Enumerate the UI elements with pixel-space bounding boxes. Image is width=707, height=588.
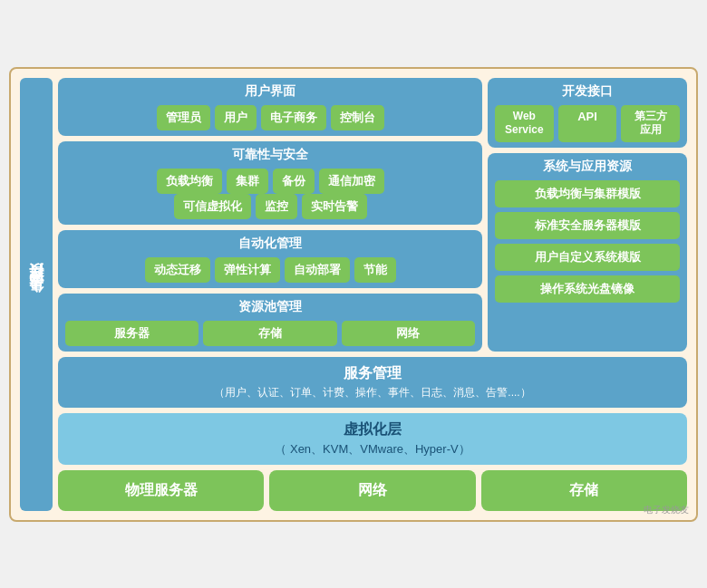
reliability-load: 负载均衡 (157, 169, 222, 194)
sysres-item-2: 用户自定义系统模版 (495, 244, 680, 271)
reliability-box: 可靠性与安全 负载均衡 集群 备份 通信加密 可信虚拟化 监控 实时告警 (58, 141, 482, 225)
dev-web-service: WebService (495, 105, 554, 142)
outer-layout: 集成管理接口 用户界面 管理员 用户 电子商务 控制台 (20, 78, 687, 511)
watermark: 电子发烧友 (644, 504, 689, 516)
ui-title: 用户界面 (65, 83, 475, 100)
left-label: 集成管理接口 (20, 78, 53, 511)
left-column: 用户界面 管理员 用户 电子商务 控制台 可靠性与安全 负载均衡 (58, 78, 482, 352)
sysres-box: 系统与应用资源 负载均衡与集群模版 标准安全服务器模版 用户自定义系统模版 操作… (488, 153, 687, 352)
dev-title: 开发接口 (495, 83, 680, 100)
service-mgmt-subtitle: （用户、认证、订单、计费、操作、事件、日志、消息、告警....） (65, 385, 680, 400)
service-mgmt-title: 服务管理 (65, 364, 680, 383)
dev-third-party: 第三方应用 (621, 105, 680, 142)
automation-energy: 节能 (354, 257, 396, 283)
virt-subtitle: （ Xen、KVM、VMware、Hyper-V） (65, 441, 680, 458)
reliability-row2: 可信虚拟化 监控 实时告警 (65, 194, 475, 219)
diagram-wrapper: 集成管理接口 用户界面 管理员 用户 电子商务 控制台 (9, 67, 698, 522)
automation-title: 自动化管理 (65, 236, 475, 252)
reliability-backup: 备份 (273, 169, 315, 194)
resource-server: 服务器 (65, 321, 199, 346)
ui-item-admin: 管理员 (157, 105, 210, 130)
bottom-network: 网络 (269, 470, 475, 511)
ui-items-row: 管理员 用户 电子商务 控制台 (65, 105, 475, 130)
reliability-monitor: 监控 (256, 194, 297, 219)
automation-deploy: 自动部署 (285, 257, 350, 283)
bottom-row: 物理服务器 网络 存储 (58, 470, 687, 511)
resource-box: 资源池管理 服务器 存储 网络 (58, 294, 482, 352)
reliability-virt: 可信虚拟化 (174, 194, 251, 219)
ui-box: 用户界面 管理员 用户 电子商务 控制台 (58, 78, 482, 136)
sysres-item-0: 负载均衡与集群模版 (495, 180, 680, 207)
resource-storage: 存储 (203, 321, 336, 346)
reliability-alert: 实时告警 (302, 194, 367, 219)
automation-box: 自动化管理 动态迁移 弹性计算 自动部署 节能 (58, 230, 482, 288)
dev-api: API (558, 105, 617, 142)
resource-title: 资源池管理 (65, 299, 475, 315)
sysres-title: 系统与应用资源 (495, 159, 680, 175)
main-area: 用户界面 管理员 用户 电子商务 控制台 可靠性与安全 负载均衡 (58, 78, 687, 511)
virt-title: 虚拟化层 (65, 420, 680, 439)
automation-items-row: 动态迁移 弹性计算 自动部署 节能 (65, 257, 475, 283)
dev-items-row: WebService API 第三方应用 (495, 105, 680, 142)
top-section: 用户界面 管理员 用户 电子商务 控制台 可靠性与安全 负载均衡 (58, 78, 687, 352)
service-mgmt-box: 服务管理 （用户、认证、订单、计费、操作、事件、日志、消息、告警....） (58, 357, 687, 408)
reliability-title: 可靠性与安全 (65, 147, 475, 163)
reliability-encrypt: 通信加密 (319, 169, 384, 194)
resource-items-row: 服务器 存储 网络 (65, 321, 475, 346)
automation-migrate: 动态迁移 (145, 257, 210, 283)
sysres-item-1: 标准安全服务器模版 (495, 212, 680, 239)
reliability-row1: 负载均衡 集群 备份 通信加密 (65, 169, 475, 194)
bottom-physical-server: 物理服务器 (58, 470, 264, 511)
right-column: 开发接口 WebService API 第三方应用 系统与应用资源 负载均衡与集… (488, 78, 687, 352)
ui-item-user: 用户 (215, 105, 257, 130)
ui-item-ecommerce: 电子商务 (261, 105, 326, 130)
dev-box: 开发接口 WebService API 第三方应用 (488, 78, 687, 148)
ui-item-console: 控制台 (331, 105, 384, 130)
reliability-cluster: 集群 (227, 169, 268, 194)
sysres-item-3: 操作系统光盘镜像 (495, 275, 680, 303)
virt-box: 虚拟化层 （ Xen、KVM、VMware、Hyper-V） (58, 413, 687, 465)
resource-network: 网络 (342, 321, 475, 346)
automation-elastic: 弹性计算 (215, 257, 280, 283)
